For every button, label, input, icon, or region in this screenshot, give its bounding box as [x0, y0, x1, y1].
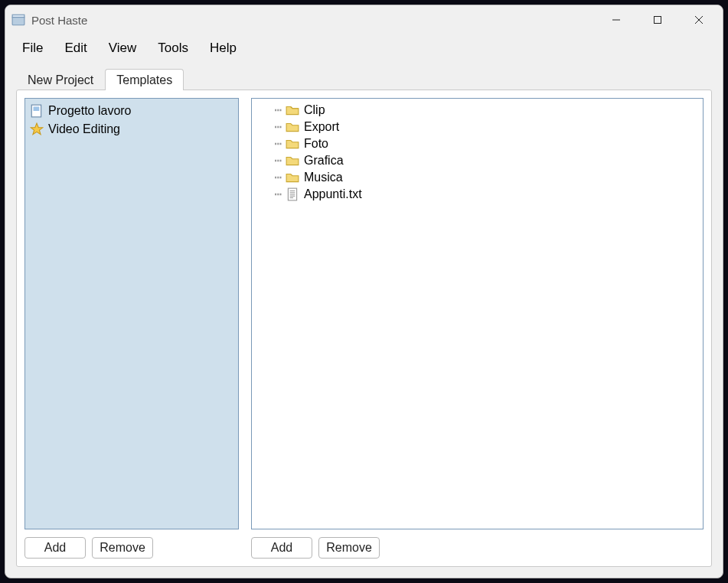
folder-icon: [286, 103, 299, 117]
folder-tree[interactable]: ⋯ Clip ⋯ Export ⋯: [251, 98, 704, 529]
tree-add-button[interactable]: Add: [251, 537, 312, 559]
svg-marker-8: [31, 123, 43, 135]
templates-list[interactable]: Progetto lavoro Video Editing: [24, 98, 239, 529]
minimize-button[interactable]: [596, 7, 637, 33]
menu-edit[interactable]: Edit: [55, 37, 96, 59]
tree-item[interactable]: ⋯ Appunti.txt: [255, 186, 700, 203]
tree-item-label: Grafica: [304, 152, 344, 169]
tree-panel: ⋯ Clip ⋯ Export ⋯: [251, 98, 704, 559]
tree-item-label: Clip: [304, 102, 325, 119]
app-icon: [11, 13, 25, 27]
list-item-label: Progetto lavoro: [48, 103, 132, 119]
svg-rect-7: [34, 106, 40, 111]
tree-item-label: Appunti.txt: [304, 186, 362, 203]
list-item-label: Video Editing: [48, 121, 120, 138]
window-controls: [596, 7, 720, 33]
tab-templates[interactable]: Templates: [105, 69, 184, 90]
templates-panel: Progetto lavoro Video Editing Add Remove: [24, 98, 239, 559]
content: Progetto lavoro Video Editing Add Remove: [16, 90, 712, 567]
tree-item[interactable]: ⋯ Export: [255, 119, 700, 135]
tabs: New Project Templates: [5, 68, 723, 90]
document-icon: [30, 104, 44, 118]
maximize-button[interactable]: [637, 7, 678, 33]
templates-add-button[interactable]: Add: [24, 537, 86, 559]
folder-icon: [286, 154, 299, 168]
list-item[interactable]: Video Editing: [28, 120, 235, 138]
folder-icon: [286, 171, 299, 184]
tab-new-project[interactable]: New Project: [16, 69, 105, 90]
tree-remove-button[interactable]: Remove: [318, 537, 380, 559]
svg-rect-3: [655, 17, 661, 24]
menubar: File Edit View Tools Help: [5, 34, 723, 64]
menu-help[interactable]: Help: [201, 37, 246, 59]
tree-item[interactable]: ⋯ Foto: [255, 135, 700, 152]
templates-remove-button[interactable]: Remove: [92, 537, 153, 559]
tree-connector-icon: ⋯: [267, 186, 281, 203]
folder-icon: [286, 120, 299, 134]
tree-connector-icon: ⋯: [267, 102, 281, 119]
close-button[interactable]: [678, 7, 720, 33]
menu-file[interactable]: File: [13, 37, 52, 59]
app-title: Post Haste: [31, 14, 596, 27]
tree-connector-icon: ⋯: [267, 119, 281, 135]
folder-icon: [286, 137, 299, 151]
tree-item-label: Musica: [304, 169, 343, 186]
tree-item[interactable]: ⋯ Musica: [255, 169, 700, 186]
app-window: Post Haste File Edit View Tools Help New…: [5, 5, 723, 578]
textfile-icon: [286, 187, 299, 201]
tree-connector-icon: ⋯: [267, 135, 281, 152]
list-item[interactable]: Progetto lavoro: [28, 102, 235, 120]
menu-tools[interactable]: Tools: [149, 37, 198, 59]
tree-item-label: Export: [304, 119, 339, 135]
star-icon: [30, 122, 44, 136]
menu-view[interactable]: View: [100, 37, 146, 59]
tree-connector-icon: ⋯: [267, 152, 281, 169]
tree-item-label: Foto: [304, 135, 328, 152]
tree-item[interactable]: ⋯ Grafica: [255, 152, 700, 169]
tree-item[interactable]: ⋯ Clip: [255, 102, 700, 119]
titlebar: Post Haste: [5, 5, 723, 34]
svg-rect-1: [12, 15, 24, 17]
tree-connector-icon: ⋯: [267, 169, 281, 186]
